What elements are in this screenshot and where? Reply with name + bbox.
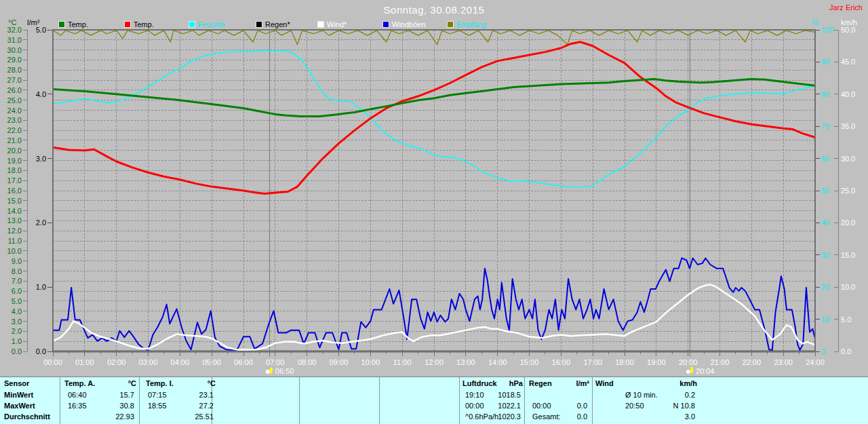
table-row-label: Sensor xyxy=(4,379,29,387)
celsius-tick-label: 12.0 xyxy=(7,227,22,235)
hour-tick-label: 18:00 xyxy=(615,358,634,366)
wind-tick-label: 10.0 xyxy=(841,283,855,291)
celsius-tick-label: 4.0 xyxy=(12,307,22,315)
celsius-tick-label: 30.0 xyxy=(7,46,22,54)
hour-tick-label: 16:00 xyxy=(552,358,571,366)
table-row-label: Durchschnitt xyxy=(4,412,50,421)
table-value-cell: 25.51 xyxy=(139,412,214,421)
humidity-tick-label: 0 xyxy=(821,347,825,355)
wind-tick-label: 0.0 xyxy=(841,347,851,355)
table-value-cell: 1018.5 xyxy=(446,391,521,399)
table-group-unit: l/m² xyxy=(515,379,589,387)
rain-tick-label: 5.0 xyxy=(36,26,46,34)
table-value-cell: 23.1 xyxy=(139,391,214,399)
table-group-unit: °C xyxy=(141,379,216,387)
hour-tick-label: 19:00 xyxy=(647,358,666,366)
celsius-tick-label: 6.0 xyxy=(12,287,22,295)
wind-tick-label: 50.0 xyxy=(841,26,855,34)
celsius-tick-label: 10.0 xyxy=(7,247,22,255)
hour-tick-label: 20:00 xyxy=(679,358,698,366)
sunset-time-label: 20:04 xyxy=(696,367,715,375)
sunrise-time-label: 06:50 xyxy=(275,367,294,375)
table-group-unit: km/h xyxy=(623,379,697,387)
celsius-tick-label: 14.0 xyxy=(7,207,22,215)
table-divider xyxy=(299,377,300,424)
hour-tick-label: 21:00 xyxy=(711,358,730,366)
hour-tick-label: 13:00 xyxy=(456,358,475,366)
humidity-tick-label: 40 xyxy=(821,218,829,227)
humidity-tick-label: 70 xyxy=(821,122,829,130)
table-row-label: MaxWert xyxy=(4,402,35,410)
celsius-tick-label: 15.0 xyxy=(7,197,22,205)
table-value-cell: 27.2 xyxy=(139,402,214,410)
celsius-tick-label: 31.0 xyxy=(7,36,22,44)
table-value-cell: 1020.3 xyxy=(446,412,521,421)
table-divider xyxy=(379,377,380,424)
wind-tick-label: 20.0 xyxy=(841,218,855,227)
table-group-unit: °C xyxy=(62,379,136,387)
celsius-tick-label: 19.0 xyxy=(7,157,22,165)
rain-tick-label: 1.0 xyxy=(36,283,46,291)
celsius-tick-label: 17.0 xyxy=(7,176,22,185)
celsius-tick-label: 26.0 xyxy=(7,86,22,94)
hour-tick-label: 10:00 xyxy=(361,358,380,366)
celsius-tick-label: 27.0 xyxy=(7,76,22,84)
celsius-tick-label: 13.0 xyxy=(7,216,22,225)
table-value-cell: 3.0 xyxy=(620,412,695,421)
celsius-tick-label: 9.0 xyxy=(12,257,22,265)
celsius-tick-label: 22.0 xyxy=(7,126,22,134)
hour-tick-label: 17:00 xyxy=(583,358,602,366)
celsius-tick-label: 1.0 xyxy=(12,337,22,345)
humidity-tick-label: 100 xyxy=(821,26,833,34)
celsius-tick-label: 18.0 xyxy=(7,166,22,174)
humidity-tick-label: 30 xyxy=(821,251,829,259)
humidity-tick-label: 50 xyxy=(821,187,829,195)
wind-tick-label: 5.0 xyxy=(841,315,851,324)
hour-tick-label: 00:00 xyxy=(43,358,62,366)
celsius-tick-label: 5.0 xyxy=(12,297,22,305)
celsius-tick-label: 21.0 xyxy=(7,136,22,144)
hour-tick-label: 01:00 xyxy=(75,358,94,366)
hour-tick-label: 02:00 xyxy=(107,358,126,366)
table-value-cell: 15.7 xyxy=(60,391,134,399)
celsius-tick-label: 29.0 xyxy=(7,56,22,64)
weather-day-chart-app: { "window": { "title": "Sonntag, 30.08.2… xyxy=(0,0,868,424)
celsius-tick-label: 3.0 xyxy=(12,317,22,326)
celsius-tick-label: 20.0 xyxy=(7,147,22,155)
hour-tick-label: 06:00 xyxy=(234,358,253,366)
celsius-tick-label: 24.0 xyxy=(7,107,22,115)
table-value-cell: N 10.8 xyxy=(620,402,695,410)
hour-tick-label: 14:00 xyxy=(488,358,507,366)
celsius-tick-label: 32.0 xyxy=(7,26,22,34)
table-group-name: Wind xyxy=(595,379,614,387)
sunset-icon xyxy=(686,370,690,374)
hour-tick-label: 07:00 xyxy=(266,358,285,366)
rain-tick-label: 2.0 xyxy=(36,218,46,227)
wind-tick-label: 30.0 xyxy=(841,155,855,163)
hour-tick-label: 12:00 xyxy=(425,358,443,366)
celsius-tick-label: 8.0 xyxy=(12,267,22,275)
celsius-tick-label: 2.0 xyxy=(12,327,22,335)
table-value-cell: 1022.1 xyxy=(446,402,521,410)
table-value-cell: 22.93 xyxy=(60,412,134,421)
hour-tick-label: 09:00 xyxy=(330,358,349,366)
wind-tick-label: 35.0 xyxy=(841,122,855,130)
hour-tick-label: 15:00 xyxy=(520,358,539,366)
rain-tick-label: 4.0 xyxy=(36,90,46,98)
humidity-tick-label: 60 xyxy=(821,155,829,163)
humidity-tick-label: 80 xyxy=(821,90,829,98)
stats-table: SensorMinWertMaxWertDurchschnittTemp. A.… xyxy=(0,377,868,424)
hour-tick-label: 24:00 xyxy=(806,358,825,366)
hour-tick-label: 11:00 xyxy=(393,358,412,366)
table-value-cell: 0.2 xyxy=(620,391,695,399)
hour-tick-label: 23:00 xyxy=(774,358,793,366)
wind-tick-label: 15.0 xyxy=(841,251,855,259)
celsius-tick-label: 11.0 xyxy=(7,237,22,245)
table-row-label: MinWert xyxy=(4,391,33,399)
hour-tick-label: 08:00 xyxy=(298,358,317,366)
wind-tick-label: 25.0 xyxy=(841,187,855,195)
rain-tick-label: 0.0 xyxy=(36,347,46,355)
table-value-cell: 30.8 xyxy=(60,402,134,410)
table-group-unit: hPa xyxy=(448,379,523,387)
hour-tick-label: 05:00 xyxy=(202,358,221,366)
